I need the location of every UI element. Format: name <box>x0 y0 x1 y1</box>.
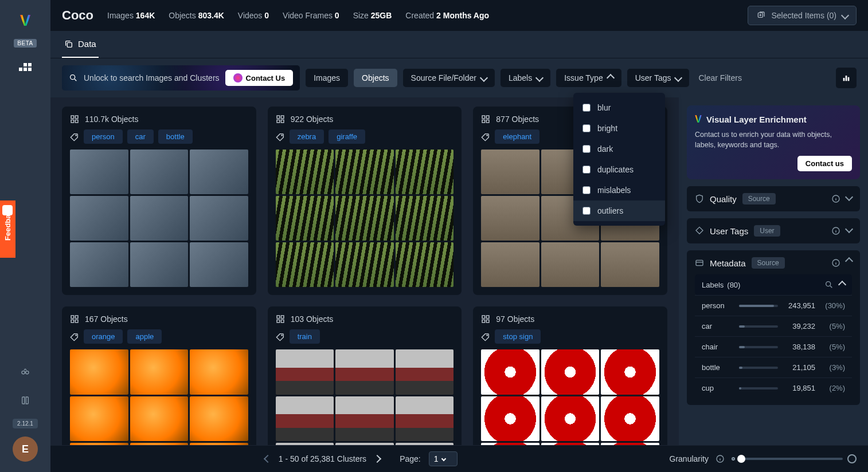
thumbnail[interactable] <box>130 396 189 441</box>
thumbnail[interactable] <box>396 242 454 287</box>
label-chip[interactable]: car <box>127 129 154 144</box>
thumbnail[interactable] <box>396 349 454 394</box>
info-icon[interactable] <box>715 454 725 463</box>
thumbnail[interactable] <box>541 242 600 287</box>
thumbnail[interactable] <box>276 349 334 394</box>
dd-mislabels[interactable]: mislabels <box>573 180 665 200</box>
label-row[interactable]: car39,232(5%) <box>695 316 852 336</box>
thumbnail[interactable] <box>130 196 189 241</box>
label-row[interactable]: person243,951(30%) <box>695 295 852 316</box>
thumbnail[interactable] <box>335 150 394 194</box>
filter-issue-type[interactable]: Issue Type <box>556 69 621 87</box>
user-avatar[interactable]: E <box>13 436 38 462</box>
info-icon[interactable] <box>831 258 840 268</box>
label-row[interactable]: cup19,851(2%) <box>695 377 852 398</box>
thumbnail[interactable] <box>335 196 394 241</box>
cluster-card[interactable]: 110.7k Objects personcarbottle <box>62 107 256 295</box>
thumbnail[interactable] <box>335 349 394 394</box>
thumbnail[interactable] <box>70 396 128 441</box>
thumbnail[interactable] <box>541 349 600 394</box>
label-chip[interactable]: apple <box>127 329 162 344</box>
clear-filters-link[interactable]: Clear Filters <box>698 73 741 82</box>
thumbnail[interactable] <box>601 242 659 287</box>
chevron-down-icon[interactable] <box>845 225 853 233</box>
dd-duplicates[interactable]: duplicates <box>573 159 665 180</box>
thumbnail[interactable] <box>335 242 394 287</box>
filter-images[interactable]: Images <box>306 69 348 87</box>
thumbnail[interactable] <box>276 150 334 194</box>
nav-binoculars-icon[interactable] <box>15 361 36 382</box>
labels-subheader[interactable]: Labels(80) <box>695 274 852 295</box>
thumbnail[interactable] <box>70 242 128 287</box>
filter-source[interactable]: Source File/Folder <box>403 69 495 87</box>
label-row[interactable]: chair38,138(5%) <box>695 336 852 357</box>
cluster-card[interactable]: 922 Objects zebragiraffe <box>268 107 462 295</box>
thumbnail[interactable] <box>130 349 189 394</box>
thumbnail[interactable] <box>335 396 394 441</box>
thumbnail[interactable] <box>276 196 334 241</box>
thumbnail[interactable] <box>396 396 454 441</box>
filter-labels[interactable]: Labels <box>501 69 550 87</box>
granularity-slider[interactable] <box>732 454 857 463</box>
chevron-up-icon[interactable] <box>838 281 846 289</box>
thumbnail[interactable] <box>481 196 539 241</box>
feedback-tab[interactable]: Feedback <box>0 200 15 258</box>
cluster-card[interactable]: 167 Objects orangeapple <box>62 306 256 445</box>
dd-bright[interactable]: bright <box>573 118 665 139</box>
contact-us-button[interactable]: Contact Us <box>225 70 294 86</box>
nav-docs-icon[interactable] <box>15 390 36 411</box>
chevron-up-icon[interactable] <box>845 257 853 265</box>
label-chip[interactable]: person <box>84 129 123 144</box>
thumbnail[interactable] <box>276 242 334 287</box>
right-panel: VVisual Layer Enrichment Contact us to e… <box>679 97 868 445</box>
label-row[interactable]: bottle21,105(3%) <box>695 357 852 377</box>
thumbnail[interactable] <box>481 349 539 394</box>
page-select[interactable]: 1 <box>429 451 458 466</box>
chart-button[interactable] <box>836 68 857 88</box>
label-chip[interactable]: zebra <box>290 129 324 144</box>
nav-dashboard-icon[interactable] <box>15 57 36 77</box>
thumbnail[interactable] <box>130 242 189 287</box>
dd-outliers[interactable]: outliers <box>573 200 665 221</box>
label-chip[interactable]: orange <box>84 329 123 344</box>
selected-items-dropdown[interactable]: Selected Items (0) <box>748 6 857 25</box>
thumbnail[interactable] <box>396 196 454 241</box>
info-icon[interactable] <box>831 226 840 235</box>
thumbnail[interactable] <box>70 349 128 394</box>
thumbnail[interactable] <box>190 396 248 441</box>
label-chip[interactable]: giraffe <box>329 129 365 144</box>
search-area[interactable]: Unlock to search Images and Clusters Con… <box>62 65 300 91</box>
thumbnail[interactable] <box>481 242 539 287</box>
thumbnail[interactable] <box>481 396 539 441</box>
label-chip[interactable]: stop sign <box>495 329 541 344</box>
thumbnail[interactable] <box>190 242 248 287</box>
dd-dark[interactable]: dark <box>573 139 665 159</box>
filter-objects[interactable]: Objects <box>354 69 397 87</box>
thumbnail[interactable] <box>70 196 128 241</box>
info-icon[interactable] <box>831 194 840 203</box>
prev-page-icon[interactable] <box>264 455 272 463</box>
thumbnail[interactable] <box>130 150 189 194</box>
filter-user-tags[interactable]: User Tags <box>627 69 690 87</box>
thumbnail[interactable] <box>396 150 454 194</box>
cluster-card[interactable]: 97 Objects stop sign <box>473 306 667 445</box>
thumbnail[interactable] <box>70 150 128 194</box>
thumbnail[interactable] <box>190 196 248 241</box>
next-page-icon[interactable] <box>373 455 381 463</box>
dd-blur[interactable]: blur <box>573 97 665 118</box>
thumbnail[interactable] <box>541 396 600 441</box>
enrich-contact-button[interactable]: Contact us <box>797 156 852 171</box>
search-icon[interactable] <box>824 280 834 289</box>
thumbnail[interactable] <box>481 150 539 194</box>
thumbnail[interactable] <box>276 396 334 441</box>
tab-data[interactable]: Data <box>62 31 99 58</box>
thumbnail[interactable] <box>601 349 659 394</box>
thumbnail[interactable] <box>190 349 248 394</box>
thumbnail[interactable] <box>601 396 659 441</box>
label-chip[interactable]: bottle <box>158 129 193 144</box>
thumbnail[interactable] <box>190 150 248 194</box>
label-chip[interactable]: elephant <box>495 129 539 144</box>
label-chip[interactable]: train <box>290 329 320 344</box>
cluster-card[interactable]: 103 Objects train <box>268 306 462 445</box>
chevron-down-icon[interactable] <box>845 193 853 201</box>
